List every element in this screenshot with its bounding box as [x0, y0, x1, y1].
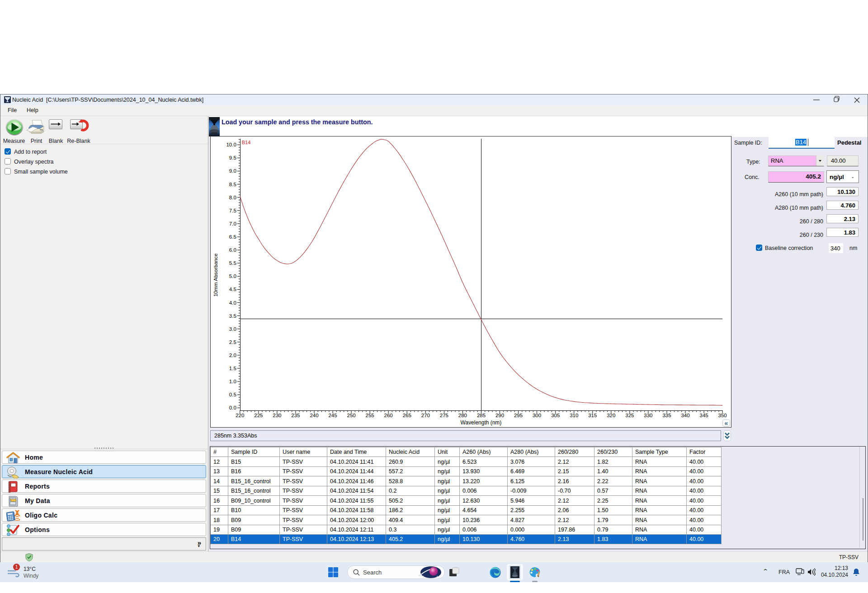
svg-text:9.0: 9.0 — [229, 168, 236, 174]
svg-text:1.5: 1.5 — [229, 366, 236, 371]
svg-text:6.5: 6.5 — [229, 234, 236, 240]
svg-text:340: 340 — [681, 413, 689, 418]
svg-text:295: 295 — [514, 413, 523, 418]
svg-text:275: 275 — [440, 413, 448, 418]
svg-text:270: 270 — [421, 413, 430, 418]
svg-text:6.0: 6.0 — [229, 247, 236, 253]
svg-text:260: 260 — [384, 413, 393, 418]
svg-text:0.5: 0.5 — [229, 392, 236, 397]
svg-text:235: 235 — [291, 413, 300, 418]
svg-text:290: 290 — [495, 413, 504, 418]
svg-text:315: 315 — [588, 413, 597, 418]
svg-text:240: 240 — [310, 413, 318, 418]
svg-text:2.5: 2.5 — [229, 339, 236, 345]
svg-text:3.0: 3.0 — [229, 326, 236, 332]
svg-text:0.0: 0.0 — [229, 405, 236, 410]
svg-text:280: 280 — [458, 413, 467, 418]
svg-text:10mm Absorbance: 10mm Absorbance — [213, 254, 218, 297]
svg-text:7.0: 7.0 — [229, 221, 236, 226]
svg-text:2.0: 2.0 — [229, 353, 236, 358]
svg-text:345: 345 — [700, 413, 708, 418]
svg-text:8.0: 8.0 — [229, 195, 236, 200]
svg-text:350: 350 — [718, 413, 727, 418]
svg-text:335: 335 — [662, 413, 671, 418]
svg-text:4.0: 4.0 — [229, 300, 236, 306]
svg-text:285: 285 — [477, 413, 486, 418]
svg-text:265: 265 — [403, 413, 411, 418]
svg-text:300: 300 — [533, 413, 541, 418]
svg-text:8.5: 8.5 — [229, 182, 236, 187]
svg-text:255: 255 — [366, 413, 374, 418]
svg-text:325: 325 — [625, 413, 634, 418]
svg-text:250: 250 — [347, 413, 356, 418]
svg-text:5.5: 5.5 — [229, 260, 236, 266]
svg-text:Wavelength (nm): Wavelength (nm) — [461, 419, 502, 426]
svg-text:B14: B14 — [242, 140, 251, 145]
svg-text:310: 310 — [570, 413, 578, 418]
svg-text:3.5: 3.5 — [229, 313, 236, 319]
svg-text:230: 230 — [273, 413, 281, 418]
svg-text:7.5: 7.5 — [229, 208, 236, 213]
svg-text:245: 245 — [329, 413, 337, 418]
svg-text:220: 220 — [236, 413, 244, 418]
svg-text:4.5: 4.5 — [229, 287, 236, 292]
svg-text:9.5: 9.5 — [229, 155, 236, 160]
svg-text:1.0: 1.0 — [229, 379, 236, 384]
svg-text:305: 305 — [551, 413, 560, 418]
svg-text:5.0: 5.0 — [229, 273, 236, 279]
svg-text:10.0: 10.0 — [226, 142, 236, 147]
svg-text:320: 320 — [607, 413, 615, 418]
svg-text:225: 225 — [254, 413, 263, 418]
svg-text:330: 330 — [644, 413, 652, 418]
